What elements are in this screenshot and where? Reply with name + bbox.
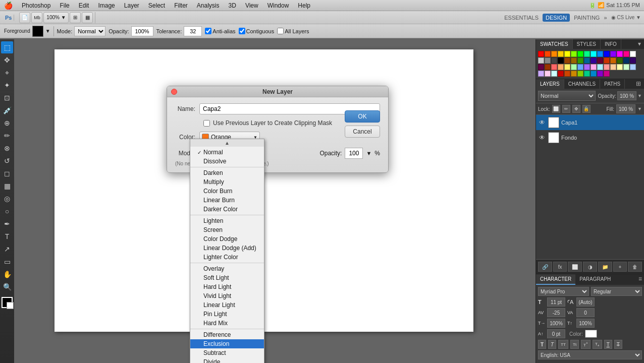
lock-all-btn[interactable]: 🔒	[582, 105, 591, 113]
swatch-color[interactable]	[584, 71, 590, 77]
swatch-color[interactable]	[545, 71, 551, 77]
apple-logo-icon[interactable]: 🍎	[4, 2, 13, 10]
history-tool-btn[interactable]: ↺	[1, 155, 13, 167]
layer-effects-btn[interactable]: fx	[553, 262, 567, 272]
bridge-btn[interactable]: Mb	[31, 12, 42, 23]
eyedropper-tool-btn[interactable]: 💉	[1, 104, 13, 116]
new-layer-dialog[interactable]: New Layer Name: Use Previous Layer to Cr…	[167, 86, 389, 173]
fill-dropdown-icon[interactable]: ▼	[637, 106, 642, 111]
swatch-color[interactable]	[538, 64, 544, 70]
swatch-color[interactable]	[564, 57, 570, 64]
character-tab[interactable]: CHARACTER	[536, 274, 575, 285]
kerning-input[interactable]	[576, 308, 595, 317]
fill-input[interactable]	[616, 104, 635, 113]
cs-live-btn[interactable]: ◉ CS Live ▼	[611, 15, 641, 20]
paths-tab[interactable]: PATHS	[600, 79, 625, 89]
shape-tool-btn[interactable]: ▭	[1, 256, 13, 268]
menu-select[interactable]: Select	[144, 1, 169, 10]
cancel-button[interactable]: Cancel	[345, 126, 380, 138]
swatch-color[interactable]	[617, 57, 623, 64]
swatch-color[interactable]	[558, 51, 564, 57]
add-mask-btn[interactable]: ⬜	[568, 262, 582, 272]
lock-position-btn[interactable]: ✥	[572, 105, 580, 113]
allcaps-btn[interactable]: TT	[558, 340, 568, 349]
menu-analysis[interactable]: Analysis	[193, 1, 224, 10]
swatch-color[interactable]	[610, 64, 616, 70]
swatch-color[interactable]	[597, 64, 603, 70]
foreground-control[interactable]: Foreground ▼	[4, 26, 50, 37]
swatch-color[interactable]	[623, 57, 629, 64]
swatch-color[interactable]	[577, 57, 583, 64]
swatch-color[interactable]	[591, 71, 597, 77]
layers-expand-btn[interactable]: ⊞	[633, 79, 644, 89]
italic-btn[interactable]: T	[548, 340, 556, 349]
subscript-btn[interactable]: T+	[593, 340, 602, 349]
tracking-input[interactable]	[547, 308, 565, 317]
underline-btn[interactable]: T	[604, 340, 612, 349]
move-tool-btn[interactable]: ✥	[1, 54, 13, 66]
swatch-color[interactable]	[558, 71, 564, 77]
eraser-tool-btn[interactable]: ◻	[1, 167, 13, 179]
layers-opacity-input[interactable]	[617, 91, 636, 100]
layer-item-capa1[interactable]: 👁 Capa1	[536, 115, 644, 130]
dodge-tool-btn[interactable]: ○	[1, 205, 13, 217]
bold-btn[interactable]: T	[538, 340, 546, 349]
font-style-select[interactable]: Regular	[591, 287, 642, 296]
essentials-btn[interactable]: ESSENTIALS	[504, 15, 539, 21]
opacity-dialog-input[interactable]	[345, 148, 363, 159]
blur-tool-btn[interactable]: ◎	[1, 193, 13, 205]
superscript-btn[interactable]: T+	[581, 340, 591, 349]
layers-blend-mode-select[interactable]: Normal	[538, 91, 596, 101]
menu-edit[interactable]: Edit	[75, 1, 93, 10]
swatch-color[interactable]	[591, 51, 597, 57]
menu-view[interactable]: View	[241, 1, 262, 10]
swatch-color[interactable]	[564, 71, 570, 77]
swatch-color[interactable]	[571, 64, 577, 70]
layer-visibility-toggle-fondo[interactable]: 👁	[538, 134, 546, 142]
mode-dropdown[interactable]: Normal ▼	[199, 148, 257, 159]
text-tool-btn[interactable]: T	[1, 230, 13, 243]
swatch-color[interactable]	[558, 57, 564, 64]
channels-tab[interactable]: CHANNELS	[564, 79, 600, 89]
swatch-color[interactable]	[623, 64, 629, 70]
new-adjustment-btn[interactable]: ◑	[583, 262, 597, 272]
swatch-color[interactable]	[545, 64, 551, 70]
swatch-color[interactable]	[584, 51, 590, 57]
scale-v-input[interactable]	[576, 319, 595, 328]
swatch-color[interactable]	[617, 51, 623, 57]
swatch-color[interactable]	[577, 64, 583, 70]
zoom-select[interactable]: 100% ▼	[43, 12, 69, 23]
pen-tool-btn[interactable]: ✒	[1, 218, 13, 230]
layers-tab[interactable]: LAYERS	[536, 79, 564, 89]
swatch-color[interactable]	[564, 64, 570, 70]
swatch-color[interactable]	[597, 57, 603, 64]
baseline-input[interactable]	[547, 329, 565, 338]
contiguous-checkbox[interactable]	[239, 28, 245, 34]
swatch-color[interactable]	[584, 64, 590, 70]
new-doc-btn[interactable]: 📄	[19, 12, 30, 23]
swatch-color[interactable]	[545, 51, 551, 57]
styles-tab[interactable]: STYLES	[573, 39, 601, 49]
anti-alias-control[interactable]: Anti-alias	[205, 28, 235, 34]
swatch-color[interactable]	[597, 71, 603, 77]
new-group-btn[interactable]: 📁	[598, 262, 612, 272]
swatch-color[interactable]	[577, 71, 583, 77]
lasso-tool-btn[interactable]: ⌖	[1, 67, 13, 79]
lock-transparent-btn[interactable]: ⬜	[552, 105, 560, 113]
swatch-color[interactable]	[564, 51, 570, 57]
swatch-color[interactable]	[591, 64, 597, 70]
swatch-color[interactable]	[604, 57, 610, 64]
layers-opacity-dropdown-icon[interactable]: ▼	[637, 93, 642, 98]
zoom-tool-btn[interactable]: 🔍	[1, 281, 13, 293]
font-size-input[interactable]	[547, 297, 565, 307]
hand-tool-btn[interactable]: ✋	[1, 268, 13, 280]
menu-image[interactable]: Image	[94, 1, 119, 10]
swatch-color[interactable]	[538, 57, 544, 64]
all-layers-checkbox[interactable]	[277, 28, 284, 34]
arrange-btn[interactable]: ▦	[82, 12, 93, 23]
swatch-color[interactable]	[551, 64, 557, 70]
swatch-color[interactable]	[630, 57, 636, 64]
selection-tool-btn[interactable]: ⬚	[1, 41, 13, 53]
swatches-collapse-btn[interactable]: ▾	[635, 39, 644, 49]
swatches-tab[interactable]: SWATCHES	[536, 39, 573, 49]
